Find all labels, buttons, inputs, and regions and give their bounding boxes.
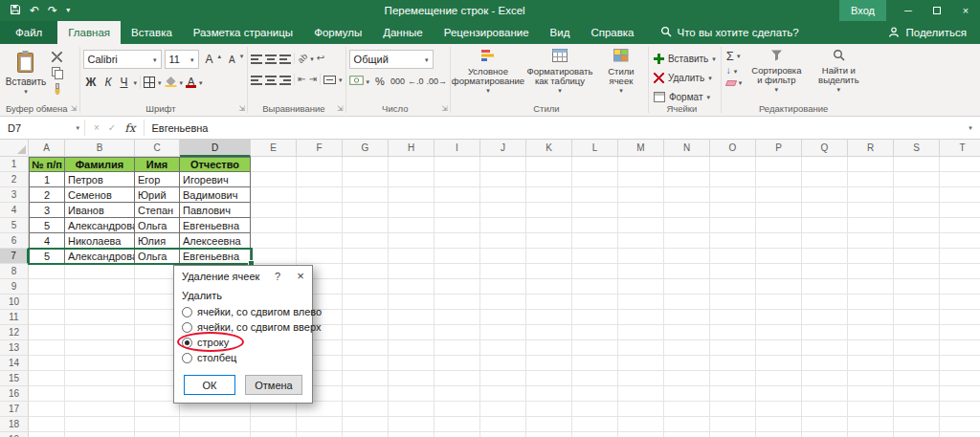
decrease-indent-icon[interactable]: ⇤ [298, 75, 305, 84]
align-middle-icon[interactable] [265, 54, 277, 64]
name-box[interactable]: D7▾ [0, 117, 84, 139]
cell-O4[interactable] [710, 203, 756, 218]
cell-S14[interactable] [894, 356, 940, 371]
cell-P9[interactable] [756, 279, 802, 295]
cell-N19[interactable] [664, 432, 710, 437]
cell-F18[interactable] [297, 417, 343, 432]
cell-A9[interactable] [29, 279, 65, 295]
cell-Q1[interactable] [802, 157, 848, 172]
cell-O1[interactable] [710, 157, 756, 172]
cell-G15[interactable] [343, 371, 389, 386]
orientation-icon[interactable]: ab [296, 52, 309, 65]
cell-T3[interactable] [940, 187, 980, 203]
cell-Q18[interactable] [802, 417, 848, 432]
font-dialog-launcher[interactable]: ⇲ [239, 105, 246, 113]
cell-L15[interactable] [572, 371, 618, 386]
cell-S9[interactable] [894, 279, 940, 295]
cell-R6[interactable] [848, 233, 894, 249]
cell-M12[interactable] [618, 325, 664, 340]
name-box-caret[interactable]: ▾ [76, 124, 84, 132]
cell-I5[interactable] [434, 218, 480, 233]
cell-A2[interactable]: 1 [29, 172, 65, 187]
cell-P5[interactable] [756, 218, 802, 233]
cell-P7[interactable] [756, 249, 802, 264]
cell-C4[interactable]: Степан [135, 203, 180, 218]
cell-N16[interactable] [664, 386, 710, 402]
cell-B16[interactable] [65, 386, 135, 402]
cell-O16[interactable] [710, 386, 756, 402]
cell-H13[interactable] [389, 340, 434, 356]
column-header-S[interactable]: S [894, 140, 940, 157]
cell-E1[interactable] [251, 157, 297, 172]
cell-J1[interactable] [480, 157, 526, 172]
formula-bar-expand[interactable]: ▾ [961, 117, 980, 139]
cell-T7[interactable] [940, 249, 980, 264]
cell-A16[interactable] [29, 386, 65, 402]
cell-S8[interactable] [894, 264, 940, 279]
cell-H3[interactable] [389, 187, 434, 203]
cell-T1[interactable] [940, 157, 980, 172]
cell-S4[interactable] [894, 203, 940, 218]
cell-B11[interactable] [65, 310, 135, 325]
column-header-H[interactable]: H [389, 140, 434, 157]
signin-button[interactable]: Вход [839, 0, 886, 21]
cell-I2[interactable] [434, 172, 480, 187]
cell-H1[interactable] [389, 157, 434, 172]
cell-I4[interactable] [434, 203, 480, 218]
cell-K10[interactable] [526, 295, 572, 310]
cell-D18[interactable] [180, 417, 251, 432]
cell-D2[interactable]: Игоревич [180, 172, 251, 187]
format-as-table-button[interactable]: Форматировать как таблицу ▾ [523, 46, 597, 94]
cell-J19[interactable] [480, 432, 526, 437]
cell-M11[interactable] [618, 310, 664, 325]
cell-D1[interactable]: Отчество [180, 157, 251, 172]
cell-M1[interactable] [618, 157, 664, 172]
cell-S1[interactable] [894, 157, 940, 172]
radio-option-shift-up[interactable]: ячейки, со сдвигом вверх [182, 319, 304, 335]
cell-R15[interactable] [848, 371, 894, 386]
cell-Q6[interactable] [802, 233, 848, 249]
delete-cells-button[interactable]: Удалить▾ [652, 69, 718, 87]
save-icon[interactable] [10, 4, 21, 17]
italic-button[interactable]: К [101, 74, 114, 91]
cell-Q15[interactable] [802, 371, 848, 386]
cell-G18[interactable] [343, 417, 389, 432]
cell-I10[interactable] [434, 295, 480, 310]
column-header-F[interactable]: F [297, 140, 343, 157]
cell-G4[interactable] [343, 203, 389, 218]
cell-K14[interactable] [526, 356, 572, 371]
column-header-P[interactable]: P [756, 140, 802, 157]
cell-Q5[interactable] [802, 218, 848, 233]
cell-R7[interactable] [848, 249, 894, 264]
radio-icon[interactable] [182, 353, 192, 363]
cell-H19[interactable] [389, 432, 434, 437]
cell-K19[interactable] [526, 432, 572, 437]
cell-N10[interactable] [664, 295, 710, 310]
cell-H6[interactable] [389, 233, 434, 249]
cell-L11[interactable] [572, 310, 618, 325]
cell-D5[interactable]: Евгеньевна [180, 218, 251, 233]
cell-K5[interactable] [526, 218, 572, 233]
cell-R9[interactable] [848, 279, 894, 295]
minimize-button[interactable]: ─ [894, 0, 923, 21]
clear-button[interactable]: ▾ [726, 79, 743, 86]
redo-icon[interactable]: ↷ [48, 5, 57, 16]
cell-K9[interactable] [526, 279, 572, 295]
cell-C2[interactable]: Егор [135, 172, 180, 187]
cell-G10[interactable] [343, 295, 389, 310]
cell-A11[interactable] [29, 310, 65, 325]
cell-D17[interactable] [180, 402, 251, 417]
accounting-format-icon[interactable] [349, 76, 364, 87]
cell-O12[interactable] [710, 325, 756, 340]
cell-D4[interactable]: Павлович [180, 203, 251, 218]
cell-G11[interactable] [343, 310, 389, 325]
cell-H12[interactable] [389, 325, 434, 340]
cell-N13[interactable] [664, 340, 710, 356]
cell-P3[interactable] [756, 187, 802, 203]
cell-I6[interactable] [434, 233, 480, 249]
column-header-Q[interactable]: Q [802, 140, 848, 157]
cell-C6[interactable]: Юлия [135, 233, 180, 249]
align-center-icon[interactable] [265, 75, 277, 85]
cell-M17[interactable] [618, 402, 664, 417]
cell-N11[interactable] [664, 310, 710, 325]
